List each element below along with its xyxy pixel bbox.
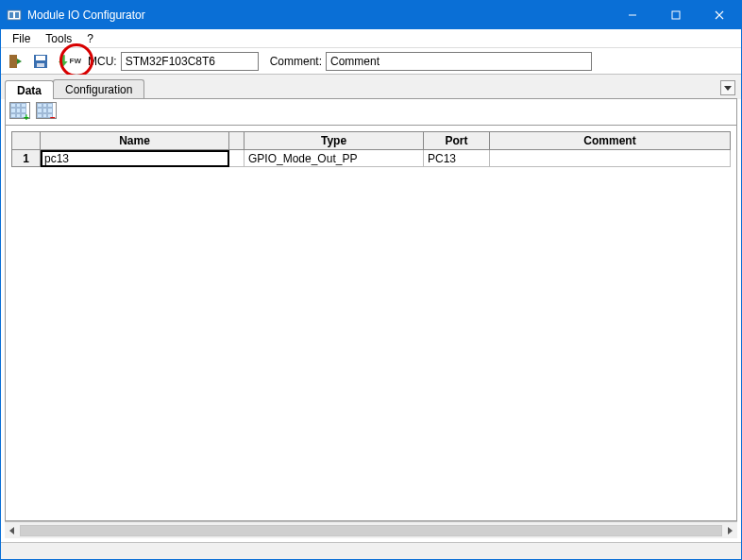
close-button[interactable] [698,1,741,29]
data-grid-panel: Name Type Port Comment 1 pc13 GPIO_Mode_… [5,126,737,521]
menu-file[interactable]: File [5,30,38,47]
menu-help[interactable]: ? [79,30,101,47]
minus-icon: – [50,115,56,121]
mcu-input[interactable] [121,52,259,71]
add-row-button[interactable]: + [9,102,30,119]
header-rownum[interactable] [12,132,41,150]
svg-rect-12 [61,55,65,61]
svg-marker-8 [17,59,22,64]
scroll-left-button[interactable] [5,523,20,538]
exit-button[interactable] [5,50,27,73]
header-spacer[interactable] [229,132,245,150]
svg-rect-7 [9,55,17,68]
scroll-right-button[interactable] [722,523,737,538]
cell-comment[interactable] [490,150,731,167]
svg-marker-14 [724,86,732,91]
data-grid[interactable]: Name Type Port Comment 1 pc13 GPIO_Mode_… [11,131,731,167]
grid-toolbar: + – [5,99,737,126]
remove-row-button[interactable]: – [36,102,57,119]
fw-badge: FW [70,57,81,65]
plus-icon: + [24,115,29,121]
cell-port[interactable]: PC13 [424,150,490,167]
tab-data[interactable]: Data [5,80,54,99]
cell-spacer[interactable] [229,150,245,167]
status-bar [1,542,741,559]
app-icon [7,8,22,23]
maximize-button[interactable] [654,1,698,29]
header-row: Name Type Port Comment [12,132,731,150]
svg-marker-13 [59,61,68,67]
window-title: Module IO Configurator [27,8,145,22]
menu-tools[interactable]: Tools [38,30,79,47]
svg-marker-16 [728,527,733,535]
svg-rect-10 [36,56,45,60]
header-comment[interactable]: Comment [490,132,731,150]
horizontal-scrollbar[interactable] [5,521,737,538]
svg-rect-4 [672,11,680,19]
comment-label: Comment: [270,55,322,68]
table-row[interactable]: 1 pc13 GPIO_Mode_Out_PP PC13 [12,150,731,167]
header-port[interactable]: Port [424,132,490,150]
cell-type[interactable]: GPIO_Mode_Out_PP [245,150,424,167]
svg-rect-1 [9,12,13,18]
scroll-thumb[interactable] [21,526,721,535]
header-type[interactable]: Type [245,132,424,150]
download-fw-button[interactable]: FW [54,50,82,73]
menu-bar: File Tools ? [1,29,741,48]
comment-input[interactable] [326,52,592,71]
mcu-label: MCU: [88,55,117,68]
title-bar: Module IO Configurator [1,1,741,29]
svg-rect-2 [15,12,19,18]
tab-configuration[interactable]: Configuration [53,79,144,98]
header-name[interactable]: Name [41,132,229,150]
save-button[interactable] [29,50,52,73]
tab-strip: Data Configuration [1,75,741,99]
minimize-button[interactable] [611,1,654,29]
toolbar: FW MCU: Comment: [1,48,741,75]
cell-name[interactable]: pc13 [41,150,229,167]
scroll-track[interactable] [20,525,722,536]
row-number[interactable]: 1 [12,150,41,167]
tab-overflow-button[interactable] [720,80,735,95]
svg-rect-11 [37,63,44,67]
svg-marker-15 [9,527,14,535]
